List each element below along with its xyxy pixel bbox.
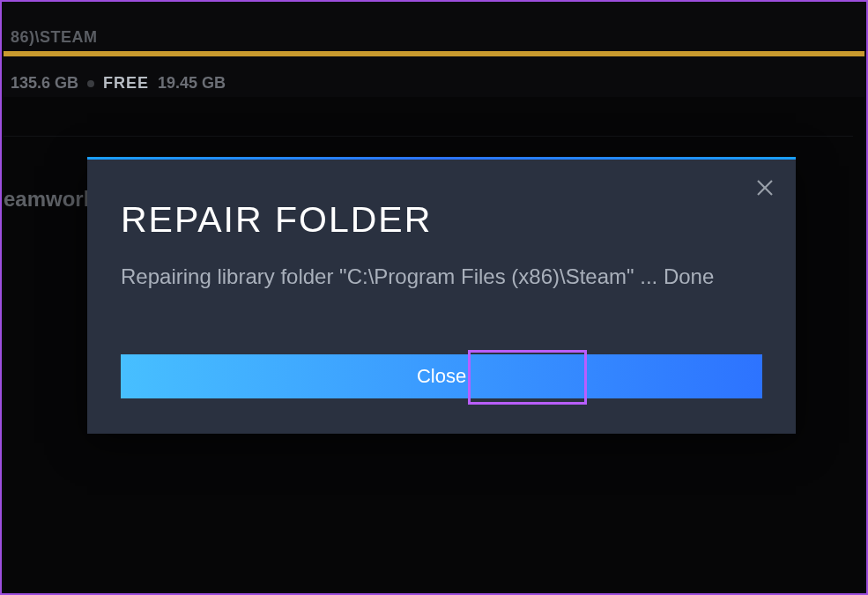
storage-usage-bar (4, 51, 864, 56)
used-space-value: 135.6 GB (11, 74, 78, 93)
dialog-title: REPAIR FOLDER (121, 199, 432, 241)
close-button-label: Close (417, 365, 466, 388)
storage-info-row: 135.6 GB FREE 19.45 GB (11, 74, 226, 93)
close-icon[interactable] (753, 176, 776, 199)
repair-folder-dialog: REPAIR FOLDER Repairing library folder "… (87, 157, 796, 434)
dot-separator-icon (87, 80, 94, 87)
dialog-message: Repairing library folder "C:\Program Fil… (121, 263, 762, 290)
free-space-label: FREE (103, 74, 149, 93)
free-space-value: 19.45 GB (158, 74, 226, 93)
close-button[interactable]: Close (121, 354, 762, 398)
library-path-fragment: 86)\STEAM (11, 28, 98, 47)
dialog-accent-bar (87, 157, 796, 160)
